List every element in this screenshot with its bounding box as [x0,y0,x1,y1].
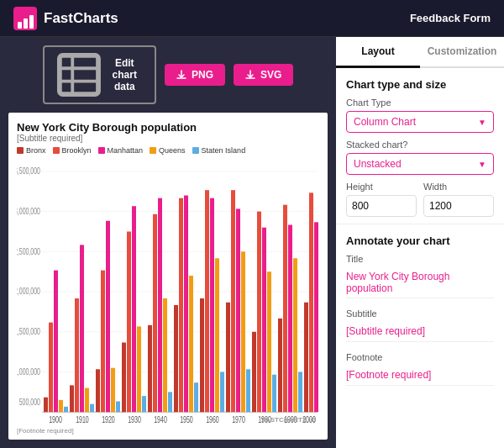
svg-rect-0 [59,55,97,94]
download-png-icon [176,70,186,80]
svg-rect-58 [220,372,224,412]
svg-rect-76 [298,372,302,412]
svg-rect-39 [137,326,141,412]
svg-rect-61 [231,190,235,412]
legend-dot-brooklyn [53,147,60,154]
svg-rect-21 [59,400,63,412]
legend-bronx: Bronx [17,146,46,155]
svg-rect-30 [96,369,100,412]
svg-rect-64 [246,369,250,412]
svg-rect-22 [64,407,68,412]
svg-rect-18 [44,398,48,412]
svg-rect-27 [85,387,89,412]
stacked-select[interactable]: Unstacked ▼ [346,153,494,175]
svg-text:1960: 1960 [206,414,219,424]
logo: FastCharts [13,7,118,30]
toolbar: Edit chart data PNG SVG [0,37,336,113]
chart-type-section-title: Chart type and size [346,78,494,91]
logo-bar-2 [24,18,28,29]
legend-manhattan: Manhattan [98,146,144,155]
chart-subtitle: [Subtitle required] [17,134,319,143]
svg-rect-50 [184,195,188,412]
svg-rect-33 [111,368,115,412]
tab-bar: Layout Customization [336,37,504,68]
svg-rect-62 [236,208,240,412]
title-field: Title New York City Borough population [346,254,494,298]
app-header: FastCharts Feedback Form [0,0,504,37]
height-label: Height [346,182,417,192]
chart-watermark: FASTCHARTS.IO [262,416,316,424]
footnote-field-value[interactable]: [Footnote required] [346,366,494,386]
svg-rect-37 [127,231,131,412]
chart-title: New York City Borough population [17,121,319,134]
tab-customization[interactable]: Customization [420,37,504,68]
stacked-arrow-icon: ▼ [478,160,486,169]
svg-rect-60 [226,303,230,412]
chart-type-arrow-icon: ▼ [478,118,486,127]
download-svg-icon [245,70,255,80]
legend-statenisland: Staten Island [192,146,246,155]
title-field-label: Title [346,254,494,264]
svg-text:1,000,000: 1,000,000 [17,366,40,377]
width-input[interactable] [423,195,494,217]
annotate-section-title: Annotate your chart [346,235,494,247]
edit-chart-label: Edit chart data [107,57,143,92]
svg-rect-31 [101,270,105,412]
svg-rect-46 [168,392,172,412]
svg-text:1950: 1950 [180,414,193,424]
title-field-value[interactable]: New York City Borough population [346,267,494,298]
bar-chart-svg: 3,500,000 3,000,000 2,500,000 2,000,000 … [17,158,319,425]
svg-rect-52 [194,382,198,412]
svg-rect-74 [288,224,292,412]
svg-text:2,500,000: 2,500,000 [17,246,40,256]
main-layout: Edit chart data PNG SVG New York City Bo… [0,37,504,448]
height-input[interactable] [346,195,417,217]
size-fields: Height Width [346,182,494,217]
download-svg-button[interactable]: SVG [234,64,293,86]
chart-footnote-label: [Footnote required] [17,427,319,435]
svg-rect-51 [189,276,193,412]
tab-layout[interactable]: Layout [336,37,420,68]
svg-rect-79 [309,192,313,412]
svg-rect-38 [132,206,136,412]
svg-rect-57 [215,258,219,412]
svg-rect-44 [158,198,162,412]
svg-text:1,500,000: 1,500,000 [17,326,40,336]
logo-text: FastCharts [44,10,118,27]
svg-rect-26 [80,245,84,412]
svg-text:1920: 1920 [102,414,115,424]
chart-area: New York City Borough population [Subtit… [8,113,328,440]
svg-rect-25 [75,298,79,412]
footnote-field-label: Footnote [346,352,494,362]
svg-text:1900: 1900 [49,414,62,424]
logo-bar-1 [18,22,22,29]
svg-rect-66 [252,332,256,412]
chart-type-select[interactable]: Column Chart ▼ [346,111,494,133]
logo-bar-3 [29,15,34,29]
svg-rect-48 [174,305,178,412]
edit-chart-button[interactable]: Edit chart data [43,45,156,104]
annotate-section: Annotate your chart Title New York City … [336,224,504,403]
svg-rect-20 [54,270,58,412]
svg-rect-19 [49,323,53,413]
stacked-label: Stacked chart? [346,140,494,150]
svg-text:1910: 1910 [76,414,89,424]
subtitle-field-label: Subtitle [346,308,494,319]
height-field-group: Height [346,182,417,217]
download-png-button[interactable]: PNG [165,64,225,86]
svg-rect-36 [122,342,126,412]
subtitle-field-value[interactable]: [Subtitle required] [346,322,494,342]
legend-dot-queens [150,147,156,154]
svg-text:3,000,000: 3,000,000 [17,206,40,216]
chart-type-label: Chart Type [346,98,494,108]
footnote-field: Footnote [Footnote required] [346,352,494,386]
svg-rect-55 [205,190,209,412]
svg-rect-28 [90,404,94,413]
svg-rect-80 [314,222,318,412]
svg-rect-43 [153,214,157,412]
legend-dot-manhattan [98,147,105,154]
svg-rect-49 [179,198,183,412]
legend-dot-statenisland [192,147,199,154]
feedback-link[interactable]: Feedback Form [410,12,491,24]
svg-text:3,500,000: 3,500,000 [17,166,40,176]
